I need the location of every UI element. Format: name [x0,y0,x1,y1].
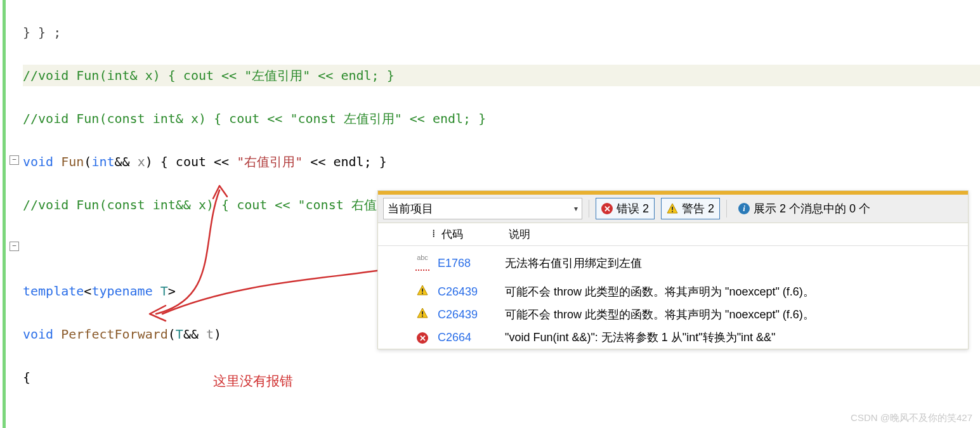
code-comment: //void Fun(int& x) { cout << "左值引用" << e… [23,68,395,83]
svg-rect-1 [672,207,673,210]
scope-label: 当前项目 [388,201,433,216]
header-code[interactable]: 代码 [439,227,505,242]
intellisense-icon: abc [417,254,428,261]
code-comment: //void Fun(const int& x) { cout << "cons… [23,111,486,126]
svg-rect-7 [422,311,423,315]
svg-rect-5 [422,292,423,294]
chevron-down-icon: ▾ [574,204,578,213]
error-icon: ✕ [417,332,428,344]
error-description: 无法将右值引用绑定到左值 [501,256,968,271]
error-row[interactable]: abcE1768无法将右值引用绑定到左值 [378,246,968,280]
svg-rect-4 [422,289,423,292]
error-code[interactable]: E1768 [438,257,471,269]
error-description: 可能不会 throw 此类型的函数。将其声明为 "noexcept" (f.6)… [501,284,968,299]
error-list-toolbar: 当前项目 ▾ ✕ 错误 2 警告 2 i 展示 2 个消息中的 0 个 [378,195,968,223]
fold-toggle[interactable]: − [10,242,19,251]
handwritten-annotation: 这里没有报错 [213,370,293,392]
error-code[interactable]: C26439 [438,285,478,298]
error-row[interactable]: C26439可能不会 throw 此类型的函数。将其声明为 "noexcept"… [378,303,968,326]
error-description: "void Fun(int &&)": 无法将参数 1 从"int"转换为"in… [501,330,968,345]
warning-icon [417,308,428,319]
error-row[interactable]: C26439可能不会 throw 此类型的函数。将其声明为 "noexcept"… [378,280,968,303]
watermark: CSDN @晚风不及你的笑427 [851,412,972,424]
error-row[interactable]: ✕C2664"void Fun(int &&)": 无法将参数 1 从"int"… [378,326,968,349]
error-list-header: ⁞ 代码 说明 [378,223,968,246]
error-code[interactable]: C26439 [438,308,478,321]
error-icon: ✕ [601,203,613,214]
error-list-panel: 当前项目 ▾ ✕ 错误 2 警告 2 i 展示 2 个消息中的 0 个 ⁞ 代码… [377,190,969,349]
svg-rect-2 [672,211,673,212]
error-description: 可能不会 throw 此类型的函数。将其声明为 "noexcept" (f.6)… [501,307,968,322]
info-icon: i [738,203,750,214]
messages-filter-button[interactable]: i 展示 2 个消息中的 0 个 [733,198,875,219]
error-code[interactable]: C2664 [438,331,471,344]
errors-filter-button[interactable]: ✕ 错误 2 [596,198,655,219]
fold-toggle[interactable]: − [10,155,19,165]
error-list-rows: abcE1768无法将右值引用绑定到左值C26439可能不会 throw 此类型… [378,246,968,349]
svg-rect-8 [422,315,423,316]
warning-icon [417,285,428,296]
scope-dropdown[interactable]: 当前项目 ▾ [383,198,582,219]
warning-icon [667,203,678,214]
header-desc[interactable]: 说明 [505,227,968,242]
change-gutter [0,0,8,428]
warnings-filter-button[interactable]: 警告 2 [661,198,720,219]
fold-column[interactable]: − − [8,0,23,428]
